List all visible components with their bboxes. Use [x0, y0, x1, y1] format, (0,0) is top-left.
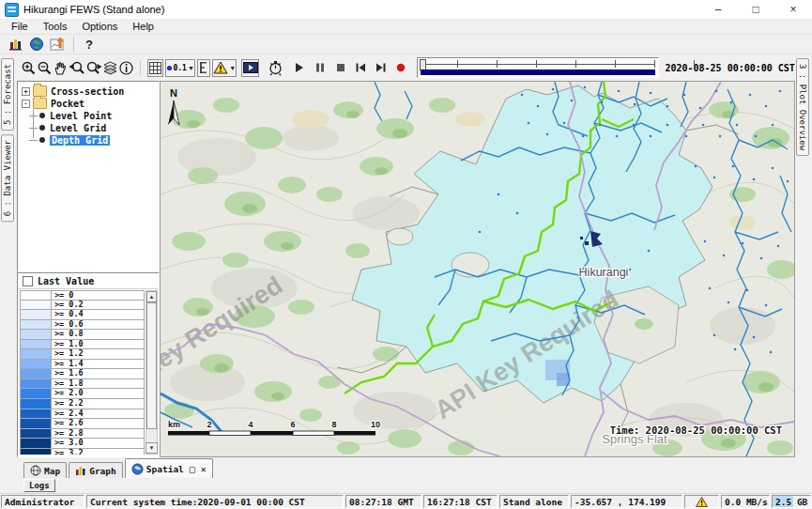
menu-bar: File Tools Options Help	[0, 19, 812, 35]
tab-label: Map	[44, 466, 60, 476]
chevron-down-icon: ▼	[229, 65, 236, 71]
legend-swatch	[20, 389, 52, 399]
status-local-time: 16:27:18 CST	[423, 495, 498, 508]
scroll-up-icon[interactable]: ▲	[146, 291, 157, 302]
status-mode: Stand alone	[499, 495, 569, 508]
tree-item-label[interactable]: Level Grid	[50, 123, 106, 133]
expand-icon[interactable]: +	[22, 87, 30, 96]
logs-row: Logs	[17, 478, 795, 493]
toolbar-separator	[140, 60, 141, 75]
info-icon[interactable]	[118, 58, 134, 78]
tab-close-icon[interactable]: ✕	[201, 464, 207, 474]
menu-tools[interactable]: Tools	[36, 21, 75, 32]
legend-swatch	[20, 439, 52, 449]
legend-swatch	[20, 310, 52, 320]
spatial-display-icon[interactable]	[47, 36, 68, 53]
status-system-time: Current system time:2020-09-01 00:00 CST	[86, 495, 344, 508]
tab-graph[interactable]: Graph	[69, 462, 123, 478]
tab-data-viewer[interactable]: 6 : Data Viewer	[1, 134, 14, 222]
menu-options[interactable]: Options	[74, 21, 125, 32]
stop-button[interactable]	[333, 58, 349, 78]
tree-item-label[interactable]: Cross-section	[51, 86, 124, 97]
bar-chart-icon	[75, 465, 86, 476]
layer-bullet-icon	[39, 137, 45, 143]
maximize-button[interactable]: □	[737, 0, 774, 19]
main-toolbar: ?	[0, 35, 812, 54]
legend-scrollbar[interactable]: ▲ ▼	[146, 290, 158, 455]
app-window: { "window": { "title": "Hikurangi FEWS (…	[0, 0, 812, 509]
scale-bar-button[interactable]	[197, 59, 210, 77]
tree-item-pocket[interactable]: - Pocket	[18, 98, 159, 109]
tree-item-level-grid[interactable]: Level Grid	[18, 122, 159, 133]
scroll-down-icon[interactable]: ▼	[146, 442, 158, 454]
logs-button[interactable]: Logs	[23, 479, 55, 492]
tab-plot-overview[interactable]: 3 : Plot Overview	[796, 58, 809, 156]
scrollbar-thumb[interactable]	[146, 302, 157, 429]
map-toolbar: 0.1 ▼ ▼ 2020-08-25 00	[17, 54, 795, 81]
status-memory: 2.5 GB	[772, 495, 811, 508]
pause-button[interactable]	[313, 58, 329, 78]
legend-label: >= 3.2	[52, 449, 145, 455]
tab-restore-icon[interactable]: □	[190, 464, 195, 474]
legend-swatch	[20, 320, 52, 331]
title-bar: Hikurangi FEWS (Stand alone) – □ ×	[0, 0, 812, 20]
zoom-next-icon[interactable]	[85, 58, 102, 78]
legend-label: >= 0	[52, 290, 145, 301]
help-button[interactable]: ?	[80, 38, 99, 52]
legend-swatch	[20, 399, 52, 409]
play-button[interactable]	[292, 58, 308, 78]
layer-bullet-icon	[39, 113, 45, 118]
current-time-display: 2020-08-25 00:00:00 CST	[665, 63, 794, 73]
legend-swatch	[20, 379, 52, 390]
layers-tree-panel: + Cross-section - Pocket Level Point Lev…	[17, 81, 160, 272]
step-forward-button[interactable]	[373, 58, 389, 78]
legend-swatch	[20, 290, 52, 301]
window-controls: – □ ×	[699, 0, 812, 19]
tree-item-label-selected[interactable]: Depth Grid	[50, 135, 110, 146]
tree-item-label[interactable]: Level Point	[50, 111, 112, 121]
map-viewport[interactable]: API Key Required API Key Required	[160, 81, 795, 457]
animation-button[interactable]	[241, 59, 259, 77]
legend-row: >= 3.2	[20, 449, 145, 455]
zoom-in-icon[interactable]	[21, 58, 37, 78]
app-logo-icon	[5, 3, 19, 17]
tab-forecast[interactable]: 5 : Forecast	[1, 58, 14, 131]
grid-toggle-button[interactable]	[147, 59, 163, 77]
tree-item-level-point[interactable]: Level Point	[18, 110, 159, 121]
svg-text:6: 6	[290, 420, 295, 429]
explorer-icon[interactable]	[6, 36, 26, 53]
map-canvas: API Key Required API Key Required	[161, 82, 794, 456]
tab-spatial[interactable]: Spatial □ ✕	[125, 458, 213, 478]
globe-display-icon[interactable]	[26, 36, 47, 53]
collapse-icon[interactable]: -	[22, 100, 30, 108]
menu-file[interactable]: File	[4, 21, 36, 32]
threshold-dropdown[interactable]: 0.1 ▼	[165, 59, 194, 77]
tree-item-label[interactable]: Pocket	[51, 99, 84, 109]
legend-swatch	[20, 449, 52, 455]
close-button[interactable]: ×	[774, 0, 812, 19]
layers-icon[interactable]	[102, 58, 118, 78]
minimize-button[interactable]: –	[699, 0, 737, 19]
legend-swatch	[20, 429, 52, 440]
pan-hand-icon[interactable]	[53, 58, 69, 78]
svg-text:8: 8	[331, 420, 336, 429]
zoom-previous-icon[interactable]	[69, 58, 85, 78]
legend-swatch	[20, 349, 52, 360]
status-warning-cell[interactable]	[684, 495, 719, 508]
layer-bullet-icon	[39, 125, 45, 131]
status-bar: Administrator Current system time:2020-0…	[0, 493, 812, 509]
tab-map[interactable]: Map	[23, 462, 67, 478]
warning-dropdown[interactable]: ▼	[212, 59, 237, 77]
legend-swatch	[20, 419, 52, 429]
stopwatch-icon[interactable]	[268, 58, 283, 78]
menu-help[interactable]: Help	[125, 21, 161, 32]
legend-title: Last Value	[38, 276, 94, 286]
record-button[interactable]	[393, 58, 409, 78]
threshold-value: 0.1	[173, 64, 186, 72]
time-slider[interactable]	[417, 57, 660, 78]
tree-item-depth-grid[interactable]: Depth Grid	[18, 134, 159, 146]
legend-swatch	[20, 409, 52, 420]
step-back-button[interactable]	[353, 58, 369, 78]
last-value-checkbox[interactable]	[23, 276, 33, 286]
zoom-out-icon[interactable]	[37, 58, 53, 78]
